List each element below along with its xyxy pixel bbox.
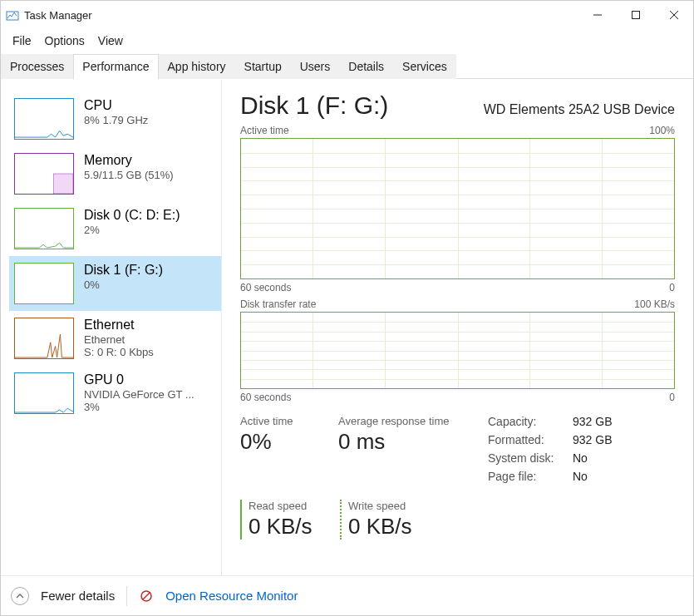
chart-max: 100% (649, 125, 675, 136)
divider (126, 586, 127, 606)
content: CPU 8% 1.79 GHz Memory 5.9/11.5 GB (51%) (1, 80, 693, 575)
cpu-thumb (14, 98, 74, 140)
stat-label: Average response time (338, 415, 463, 427)
stat-value: 0 KB/s (348, 514, 412, 540)
spec-key: Formatted: (488, 433, 573, 446)
tab-startup[interactable]: Startup (235, 54, 291, 79)
sidebar-item-title: CPU (84, 98, 148, 113)
stat-label: Read speed (249, 500, 315, 512)
chart-xright: 0 (669, 282, 675, 293)
spec-key: Capacity: (488, 415, 573, 428)
sidebar-item-ethernet[interactable]: Ethernet Ethernet S: 0 R: 0 Kbps (9, 311, 221, 366)
tab-services[interactable]: Services (393, 54, 456, 79)
sidebar-item-sub: Ethernet (84, 333, 154, 346)
sidebar-item-memory[interactable]: Memory 5.9/11.5 GB (51%) (9, 146, 221, 201)
task-manager-window: Task Manager File Options View Processes… (0, 0, 694, 616)
chart-xright: 0 (669, 392, 675, 403)
spec-value: No (573, 470, 588, 483)
spec-value: No (573, 451, 588, 465)
fewer-details-button[interactable]: Fewer details (41, 589, 115, 603)
chart-xleft: 60 seconds (240, 282, 291, 293)
tab-users[interactable]: Users (291, 54, 340, 79)
sidebar-item-sub2: 3% (84, 401, 194, 413)
chart-xleft: 60 seconds (240, 392, 291, 403)
chart-max: 100 KB/s (634, 298, 675, 310)
disk0-thumb (14, 208, 74, 249)
sidebar-item-title: Memory (84, 153, 174, 168)
footer: Fewer details Open Resource Monitor (1, 575, 693, 615)
main-panel: Disk 1 (F: G:) WD Elements 25A2 USB Devi… (221, 80, 693, 575)
spec-key: System disk: (488, 451, 573, 465)
spec-table: Capacity:932 GB Formatted:932 GB System … (488, 415, 612, 488)
maximize-button[interactable] (617, 2, 655, 28)
sidebar-item-cpu[interactable]: CPU 8% 1.79 GHz (9, 91, 221, 146)
sidebar-item-disk0[interactable]: Disk 0 (C: D: E:) 2% (9, 201, 221, 256)
stat-label: Write speed (348, 500, 412, 512)
tab-performance[interactable]: Performance (73, 54, 158, 80)
spec-value: 932 GB (573, 433, 612, 446)
disk-title: Disk 1 (F: G:) (240, 91, 388, 120)
spec-value: 932 GB (573, 415, 612, 428)
sidebar-item-sub2: S: 0 R: 0 Kbps (84, 346, 154, 358)
menu-view[interactable]: View (91, 32, 130, 49)
avg-response-stat: Average response time 0 ms (338, 415, 463, 488)
chart-box (240, 312, 675, 389)
tab-app-history[interactable]: App history (159, 54, 235, 79)
sidebar-item-sub: NVIDIA GeForce GT ... (84, 388, 194, 401)
chart-label: Disk transfer rate (240, 298, 316, 310)
svg-line-7 (143, 593, 150, 599)
active-time-chart: Active time 100% 60 seconds 0 (240, 125, 675, 293)
minimize-button[interactable] (578, 2, 617, 28)
sidebar-item-sub: 0% (84, 278, 163, 291)
read-speed-stat: Read speed 0 KB/s (240, 500, 315, 540)
sidebar-item-title: GPU 0 (84, 372, 194, 387)
stat-value: 0% (240, 429, 313, 455)
chart-box (240, 138, 675, 279)
spec-key: Page file: (488, 470, 573, 483)
menu-options[interactable]: Options (38, 32, 91, 49)
gpu0-thumb (14, 372, 74, 414)
menu-file[interactable]: File (6, 32, 38, 49)
chevron-up-icon[interactable] (11, 587, 29, 605)
svg-rect-5 (54, 174, 73, 194)
stat-label: Active time (240, 415, 313, 427)
stat-value: 0 ms (338, 429, 463, 455)
sidebar-item-title: Disk 0 (C: D: E:) (84, 208, 180, 223)
transfer-rate-chart: Disk transfer rate 100 KB/s 60 seconds 0 (240, 298, 675, 403)
sidebar-item-sub: 2% (84, 224, 180, 236)
chart-label: Active time (240, 125, 289, 136)
svg-rect-2 (632, 12, 640, 19)
write-speed-stat: Write speed 0 KB/s (340, 500, 412, 540)
tabs: Processes Performance App history Startu… (1, 54, 693, 80)
sidebar-item-title: Disk 1 (F: G:) (84, 263, 163, 278)
resource-monitor-icon (139, 589, 154, 604)
disk1-thumb (14, 263, 74, 304)
tab-processes[interactable]: Processes (1, 54, 73, 79)
titlebar: Task Manager (1, 1, 693, 29)
sidebar-item-gpu0[interactable]: GPU 0 NVIDIA GeForce GT ... 3% (9, 366, 221, 421)
sidebar-item-disk1[interactable]: Disk 1 (F: G:) 0% (9, 256, 221, 311)
close-button[interactable] (655, 2, 693, 28)
active-time-stat: Active time 0% (240, 415, 313, 488)
rw-row: Read speed 0 KB/s Write speed 0 KB/s (240, 500, 675, 540)
sidebar-item-sub: 5.9/11.5 GB (51%) (84, 169, 174, 181)
menubar: File Options View (1, 29, 693, 54)
ethernet-thumb (14, 318, 74, 359)
sidebar-item-sub: 8% 1.79 GHz (84, 114, 148, 126)
tab-details[interactable]: Details (339, 54, 393, 79)
sidebar: CPU 8% 1.79 GHz Memory 5.9/11.5 GB (51%) (1, 80, 221, 575)
app-icon (6, 8, 19, 22)
stats-row: Active time 0% Average response time 0 m… (240, 415, 675, 488)
device-name: WD Elements 25A2 USB Device (484, 102, 675, 117)
open-resource-monitor-link[interactable]: Open Resource Monitor (165, 589, 298, 603)
window-title: Task Manager (24, 9, 92, 22)
memory-thumb (14, 153, 74, 195)
sidebar-item-title: Ethernet (84, 318, 154, 333)
stat-value: 0 KB/s (249, 514, 315, 540)
